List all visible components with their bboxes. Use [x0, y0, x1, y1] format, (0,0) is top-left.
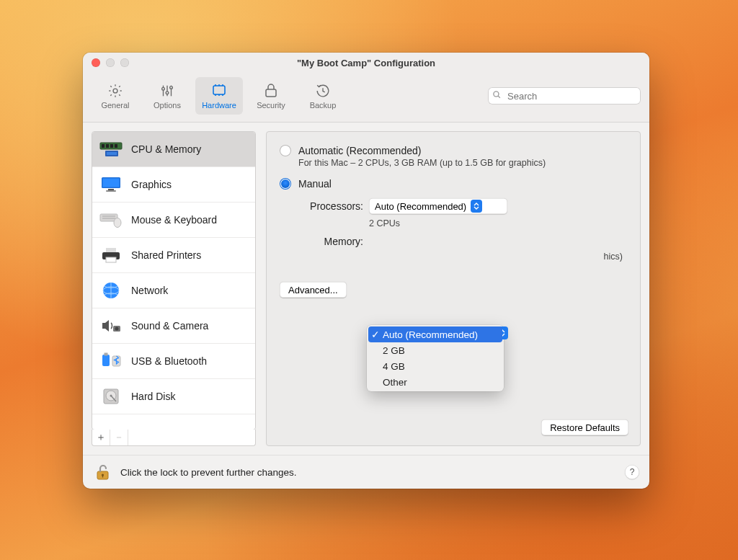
- help-button[interactable]: ?: [625, 465, 639, 479]
- sidebar-item-graphics[interactable]: Graphics: [92, 167, 255, 203]
- printer-icon: [99, 245, 123, 265]
- svg-point-15: [494, 92, 499, 97]
- svg-rect-18: [102, 144, 105, 148]
- processors-dropdown-value: Auto (Recommended): [375, 201, 466, 212]
- sliders-icon: [159, 82, 176, 99]
- window-titlebar: "My Boot Camp" Configuration: [83, 53, 649, 73]
- search-field[interactable]: [488, 87, 641, 105]
- svg-rect-20: [110, 144, 113, 148]
- add-button[interactable]: ＋: [92, 430, 110, 445]
- tab-options[interactable]: Options: [143, 77, 191, 115]
- svg-rect-27: [106, 190, 116, 192]
- sidebar-item-label: Mouse & Keyboard: [131, 214, 217, 226]
- sidebar-item-label: CPU & Memory: [131, 143, 201, 155]
- sidebar-item-network[interactable]: Network: [92, 273, 255, 308]
- automatic-label: Automatic (Recommended): [298, 145, 421, 156]
- processors-label: Processors:: [298, 200, 363, 212]
- svg-rect-48: [102, 476, 103, 478]
- svg-point-31: [114, 218, 121, 228]
- svg-rect-39: [102, 355, 110, 366]
- search-input[interactable]: [506, 90, 636, 102]
- manual-radio-row[interactable]: Manual: [280, 178, 627, 190]
- sidebar-item-label: Shared Printers: [131, 249, 201, 261]
- sound-camera-icon: [99, 316, 123, 336]
- sidebar-item-cpu-memory[interactable]: CPU & Memory: [92, 132, 255, 167]
- manual-label: Manual: [298, 178, 332, 190]
- svg-point-4: [162, 87, 165, 90]
- usb-bluetooth-icon: [99, 351, 123, 371]
- radio-button[interactable]: [280, 178, 291, 190]
- memory-label: Memory:: [298, 236, 363, 247]
- svg-rect-7: [213, 86, 225, 94]
- svg-point-0: [113, 89, 117, 93]
- sidebar-footer: ＋ －: [92, 430, 256, 446]
- svg-rect-23: [107, 152, 117, 155]
- sidebar-item-label: Hard Disk: [131, 391, 175, 402]
- gear-icon: [107, 82, 124, 99]
- svg-rect-19: [106, 144, 109, 148]
- advanced-button[interactable]: Advanced...: [280, 282, 347, 298]
- window-footer: Click the lock to prevent further change…: [83, 455, 649, 489]
- lock-hint-text: Click the lock to prevent further change…: [120, 467, 616, 478]
- radio-button[interactable]: [280, 145, 291, 156]
- svg-rect-34: [106, 257, 116, 262]
- tab-security[interactable]: Security: [247, 77, 295, 115]
- lock-icon: [262, 82, 280, 99]
- restore-defaults-button[interactable]: Restore Defaults: [541, 419, 628, 435]
- svg-rect-14: [266, 89, 276, 97]
- preferences-window: "My Boot Camp" Configuration General Opt…: [83, 53, 649, 489]
- sidebar-item-sound-camera[interactable]: Sound & Camera: [92, 308, 255, 344]
- monitor-icon: [99, 174, 123, 195]
- toolbar: General Options Hardware: [83, 73, 649, 123]
- sidebar-item-shared-printers[interactable]: Shared Printers: [92, 238, 255, 273]
- automatic-radio-row[interactable]: Automatic (Recommended): [280, 145, 627, 156]
- memory-menu-item[interactable]: 2 GB: [367, 342, 504, 358]
- svg-rect-25: [103, 179, 120, 187]
- svg-line-16: [498, 96, 500, 98]
- memory-menu-item[interactable]: Other: [367, 374, 504, 390]
- sidebar-item-label: Network: [131, 285, 168, 296]
- memory-menu-item[interactable]: 4 GB: [367, 358, 504, 374]
- sidebar-item-hard-disk[interactable]: Hard Disk: [92, 379, 255, 414]
- memory-hint-partial: hics): [369, 252, 627, 262]
- window-title: "My Boot Camp" Configuration: [83, 58, 649, 68]
- unlock-icon[interactable]: [93, 463, 112, 481]
- sidebar-item-label: Graphics: [131, 179, 172, 190]
- settings-panel: Automatic (Recommended) For this Mac – 2…: [266, 131, 641, 446]
- search-icon: [492, 89, 502, 102]
- sidebar-item-label: Sound & Camera: [131, 320, 208, 332]
- svg-rect-33: [106, 248, 116, 252]
- svg-point-5: [166, 92, 169, 94]
- keyboard-mouse-icon: [99, 210, 123, 230]
- svg-rect-21: [115, 144, 117, 148]
- svg-rect-26: [108, 189, 114, 190]
- chip-icon: [210, 82, 228, 99]
- sidebar-item-label: USB & Bluetooth: [131, 355, 207, 367]
- tab-hardware[interactable]: Hardware: [195, 77, 243, 115]
- globe-icon: [99, 280, 123, 301]
- time-machine-icon: [314, 82, 332, 99]
- ram-icon: [99, 139, 123, 159]
- memory-dropdown-menu[interactable]: ✓ Auto (Recommended) 2 GB 4 GB Other: [367, 325, 504, 391]
- sidebar-item-usb-bluetooth[interactable]: USB & Bluetooth: [92, 344, 255, 379]
- sidebar-item-mouse-keyboard[interactable]: Mouse & Keyboard: [92, 203, 255, 238]
- sidebar: CPU & Memory Graphics Mouse & Keyboard: [92, 131, 256, 446]
- processors-dropdown[interactable]: Auto (Recommended): [369, 198, 507, 214]
- hard-disk-icon: [99, 386, 123, 406]
- tab-general[interactable]: General: [92, 77, 139, 115]
- tab-backup[interactable]: Backup: [299, 77, 347, 115]
- chevron-up-down-icon: [471, 200, 482, 213]
- svg-point-6: [170, 86, 173, 89]
- svg-point-38: [115, 327, 119, 331]
- processors-hint: 2 CPUs: [369, 218, 627, 228]
- automatic-subtext: For this Mac – 2 CPUs, 3 GB RAM (up to 1…: [298, 158, 627, 168]
- svg-rect-40: [105, 353, 108, 356]
- checkmark-icon: ✓: [371, 329, 380, 340]
- remove-button[interactable]: －: [110, 430, 128, 445]
- memory-menu-item[interactable]: ✓ Auto (Recommended): [368, 326, 502, 342]
